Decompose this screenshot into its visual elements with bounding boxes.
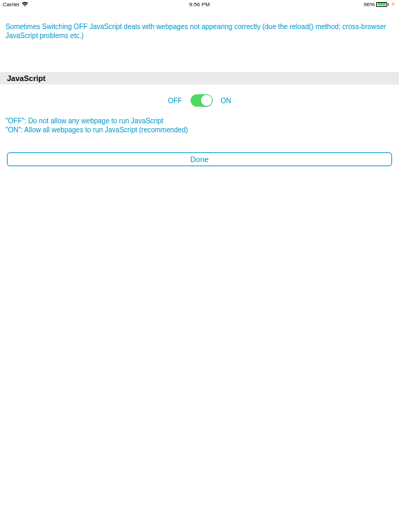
status-left: Carrier [3, 1, 28, 8]
javascript-toggle-switch[interactable] [190, 94, 213, 107]
toggle-on-label: ON [221, 97, 231, 105]
carrier-text: Carrier [3, 1, 19, 8]
wifi-icon [21, 1, 28, 7]
switch-knob [201, 95, 212, 106]
on-explanation: "ON": Allow all webpages to run JavaScri… [6, 125, 393, 134]
toggle-off-label: OFF [168, 97, 182, 105]
section-header-javascript: JavaScript [0, 72, 399, 85]
charging-icon: ⚡ [390, 1, 396, 7]
description-text: Sometimes Switching OFF JavaScript deals… [0, 8, 399, 46]
battery-percent: 96% [364, 1, 375, 8]
javascript-toggle-row: OFF ON [0, 85, 399, 116]
status-time: 9:56 PM [189, 1, 210, 8]
status-right: 96% ⚡ [364, 1, 396, 8]
off-explanation: "OFF": Do not allow any webpage to run J… [6, 116, 393, 125]
status-bar: Carrier 9:56 PM 96% ⚡ [0, 0, 399, 8]
explanation-text: "OFF": Do not allow any webpage to run J… [0, 116, 399, 134]
done-button[interactable]: Done [7, 152, 392, 166]
battery-icon [376, 2, 389, 7]
